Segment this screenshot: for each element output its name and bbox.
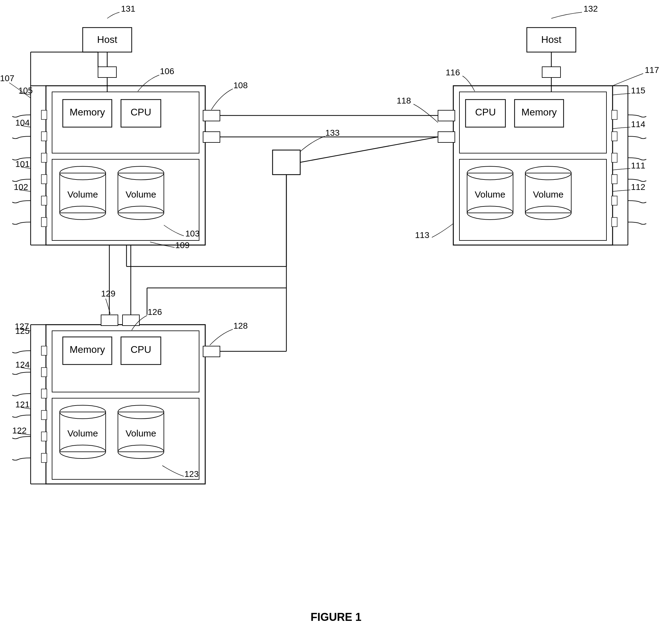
ref-126: 126 <box>147 307 162 317</box>
memory1-label: Memory <box>69 106 105 118</box>
svg-rect-52 <box>101 315 118 325</box>
svg-rect-73 <box>612 132 617 141</box>
ref-114: 114 <box>631 119 645 129</box>
svg-rect-41 <box>203 110 220 121</box>
svg-rect-39 <box>542 67 560 77</box>
ref-117: 117 <box>645 65 659 75</box>
svg-rect-68 <box>41 217 47 227</box>
host1-label: Host <box>97 34 117 45</box>
svg-rect-67 <box>41 196 47 205</box>
ref-106: 106 <box>160 66 174 76</box>
ref-115: 115 <box>631 86 645 95</box>
svg-rect-60 <box>203 346 220 357</box>
ref-103: 103 <box>185 229 200 238</box>
svg-rect-83 <box>41 389 47 398</box>
svg-rect-76 <box>612 196 617 205</box>
ref-118: 118 <box>397 96 411 105</box>
svg-rect-42 <box>203 132 220 142</box>
figure-label: FIGURE 1 <box>311 611 361 624</box>
svg-rect-74 <box>612 153 617 162</box>
svg-rect-63 <box>41 110 47 119</box>
ref-107: 107 <box>0 74 14 83</box>
ref-125: 125 <box>15 326 30 336</box>
svg-rect-15 <box>460 159 606 241</box>
svg-rect-81 <box>41 346 47 355</box>
ref-131: 131 <box>121 4 135 13</box>
svg-rect-65 <box>41 153 47 162</box>
svg-rect-35 <box>98 67 116 77</box>
ref-122: 122 <box>12 426 27 435</box>
ref-128: 128 <box>233 321 248 331</box>
volume3-label: Volume <box>475 189 505 200</box>
main-diagram: Memory CPU Volume Volume CPU Memory <box>0 0 672 642</box>
svg-rect-84 <box>41 410 47 420</box>
volume4-label: Volume <box>533 189 564 200</box>
svg-rect-23 <box>52 331 199 392</box>
host2-label: Host <box>541 34 561 45</box>
svg-rect-77 <box>612 217 617 227</box>
svg-rect-85 <box>41 432 47 441</box>
svg-rect-44 <box>438 132 455 142</box>
memory2-label: Memory <box>521 106 557 118</box>
svg-line-51 <box>300 137 438 162</box>
svg-rect-66 <box>41 175 47 184</box>
svg-rect-64 <box>41 132 47 141</box>
svg-rect-82 <box>41 368 47 377</box>
ref-109: 109 <box>175 241 190 250</box>
svg-rect-72 <box>612 110 617 119</box>
ref-116: 116 <box>445 68 460 77</box>
volume6-label: Volume <box>126 428 156 438</box>
ref-123: 123 <box>184 469 199 479</box>
volume1-label: Volume <box>67 189 98 200</box>
ref-133: 133 <box>325 128 340 138</box>
volume5-label: Volume <box>67 428 98 438</box>
ref-113: 113 <box>415 230 429 240</box>
svg-rect-1 <box>52 92 199 153</box>
cpu3-label: CPU <box>130 344 151 355</box>
ref-108: 108 <box>233 80 248 90</box>
diagram-container: Memory CPU Volume Volume CPU Memory <box>0 0 672 642</box>
svg-rect-53 <box>122 315 139 325</box>
cpu1-label: CPU <box>130 106 151 118</box>
ref-129: 129 <box>101 289 115 298</box>
svg-rect-75 <box>612 175 617 184</box>
ref-112: 112 <box>631 182 645 192</box>
memory3-label: Memory <box>69 344 105 355</box>
cpu2-label: CPU <box>475 106 496 118</box>
svg-rect-4 <box>52 159 199 241</box>
svg-rect-56 <box>273 150 300 175</box>
svg-rect-86 <box>41 453 47 463</box>
volume2-label: Volume <box>126 189 156 200</box>
svg-rect-43 <box>438 110 455 121</box>
ref-132: 132 <box>583 4 598 13</box>
svg-rect-26 <box>52 398 199 479</box>
svg-rect-12 <box>460 92 606 153</box>
ref-111: 111 <box>631 161 645 170</box>
